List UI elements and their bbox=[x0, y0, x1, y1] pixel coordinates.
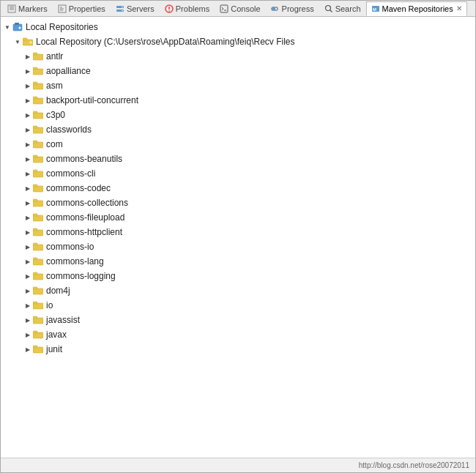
javassist-folder-icon bbox=[33, 315, 43, 325]
expand-commons-httpclient-icon bbox=[24, 228, 31, 236]
tree-item-commons-codec[interactable]: commons-codec bbox=[1, 181, 475, 195]
tab-maven-repos[interactable]: M Maven Repositories ✕ bbox=[366, 1, 467, 16]
svg-rect-38 bbox=[33, 111, 37, 113]
tree-item-commons-fileupload[interactable]: commons-fileupload bbox=[1, 210, 475, 225]
tree-item-commons-io[interactable]: commons-io bbox=[1, 239, 475, 254]
expand-commons-fileupload-icon bbox=[24, 214, 31, 221]
tree-item-com[interactable]: com bbox=[1, 137, 475, 152]
tree-item-javax[interactable]: javax bbox=[1, 327, 475, 342]
tree-item-commons-cli[interactable]: commons-cli bbox=[1, 166, 475, 181]
commons-fileupload-folder-icon bbox=[33, 212, 43, 223]
tab-search[interactable]: Search bbox=[319, 1, 366, 16]
tree-item-c3p0[interactable]: c3p0 bbox=[1, 108, 475, 122]
javax-folder-icon bbox=[33, 329, 43, 340]
svg-rect-62 bbox=[33, 287, 37, 289]
svg-rect-56 bbox=[33, 243, 37, 245]
expand-commons-beanutils-icon bbox=[24, 155, 31, 163]
expand-aopalliance-icon bbox=[24, 67, 31, 75]
expand-dom4j-icon bbox=[24, 287, 31, 294]
progress-icon bbox=[271, 4, 280, 13]
aopalliance-label: aopalliance bbox=[46, 66, 91, 76]
tree-item-commons-logging[interactable]: commons-logging bbox=[1, 269, 475, 283]
tree-item-asm[interactable]: asm bbox=[1, 78, 475, 93]
c3p0-label: c3p0 bbox=[46, 110, 65, 120]
io-label: io bbox=[46, 300, 53, 310]
tab-markers[interactable]: Markers bbox=[2, 1, 53, 16]
commons-io-folder-icon bbox=[33, 242, 43, 252]
asm-label: asm bbox=[46, 81, 63, 91]
tree-item-local-repo-path[interactable]: Local Repository (C:\Users\rose\AppData\… bbox=[1, 34, 475, 49]
markers-icon bbox=[7, 4, 16, 13]
tree-item-commons-collections[interactable]: commons-collections bbox=[1, 195, 475, 210]
svg-rect-46 bbox=[33, 170, 37, 172]
tab-properties[interactable]: Properties bbox=[53, 1, 111, 16]
expand-commons-codec-icon bbox=[24, 185, 31, 192]
svg-rect-18 bbox=[272, 7, 275, 10]
antlr-label: antlr bbox=[46, 51, 63, 62]
commons-lang-label: commons-lang bbox=[46, 256, 104, 267]
commons-codec-folder-icon bbox=[33, 183, 43, 193]
tab-console[interactable]: Console bbox=[215, 1, 265, 16]
tree-item-commons-beanutils[interactable]: commons-beanutils bbox=[1, 152, 475, 166]
expand-commons-lang-icon bbox=[24, 258, 31, 265]
tab-servers[interactable]: Servers bbox=[111, 1, 160, 16]
local-repositories-label: Local Repositories bbox=[26, 22, 98, 32]
aopalliance-folder-icon bbox=[33, 66, 43, 76]
svg-rect-70 bbox=[33, 346, 37, 348]
com-label: com bbox=[46, 139, 63, 149]
javax-label: javax bbox=[46, 329, 67, 340]
commons-fileupload-label: commons-fileupload bbox=[46, 212, 124, 223]
maven-icon: M bbox=[371, 4, 380, 13]
local-repo-folder-icon bbox=[23, 37, 33, 47]
svg-rect-64 bbox=[33, 302, 37, 304]
tree-item-aopalliance[interactable]: aopalliance bbox=[1, 64, 475, 78]
tree-item-local-repositories[interactable]: Local Repositories bbox=[1, 20, 475, 34]
expand-antlr-icon bbox=[24, 53, 31, 60]
tab-bar: Markers Properties Servers Problems Cons… bbox=[1, 1, 475, 17]
tree-items: antlr aopalliance asm backport-util-conc… bbox=[1, 49, 475, 357]
servers-icon bbox=[116, 4, 124, 13]
svg-point-10 bbox=[122, 6, 123, 7]
tab-problems[interactable]: Problems bbox=[160, 1, 215, 16]
tree-item-antlr[interactable]: antlr bbox=[1, 49, 475, 64]
tree-item-dom4j[interactable]: dom4j bbox=[1, 283, 475, 298]
tree-item-classworlds[interactable]: classworlds bbox=[1, 122, 475, 137]
tree-item-junit[interactable]: junit bbox=[1, 342, 475, 357]
local-repo-path-label: Local Repository (C:\Users\rose\AppData\… bbox=[36, 37, 294, 47]
c3p0-folder-icon bbox=[33, 110, 43, 120]
svg-rect-15 bbox=[220, 5, 228, 12]
expand-com-icon bbox=[24, 141, 31, 148]
expand-commons-cli-icon bbox=[24, 170, 31, 177]
commons-collections-folder-icon bbox=[33, 198, 43, 208]
svg-point-28 bbox=[30, 42, 32, 44]
svg-point-19 bbox=[325, 5, 330, 10]
tree-item-io[interactable]: io bbox=[1, 298, 475, 313]
tab-maven-repos-label: Maven Repositories bbox=[382, 4, 453, 13]
tab-close-button[interactable]: ✕ bbox=[456, 4, 462, 12]
svg-rect-44 bbox=[33, 155, 37, 157]
commons-logging-folder-icon bbox=[33, 271, 43, 281]
expand-asm-icon bbox=[24, 82, 31, 89]
backport-util-concurrent-folder-icon bbox=[33, 95, 43, 105]
tab-progress[interactable]: Progress bbox=[266, 1, 319, 16]
tab-progress-label: Progress bbox=[282, 4, 314, 13]
expand-backport-util-concurrent-icon bbox=[24, 97, 31, 104]
search-icon bbox=[324, 4, 333, 13]
local-repos-icon bbox=[12, 22, 23, 32]
svg-rect-66 bbox=[33, 316, 37, 319]
tree-content: Local Repositories Local Repository (C:\… bbox=[1, 17, 475, 458]
tree-item-commons-lang[interactable]: commons-lang bbox=[1, 254, 475, 269]
tree-item-javassist[interactable]: javassist bbox=[1, 313, 475, 327]
tree-item-backport-util-concurrent[interactable]: backport-util-concurrent bbox=[1, 93, 475, 108]
expand-classworlds-icon bbox=[24, 126, 31, 133]
antlr-folder-icon bbox=[33, 51, 43, 62]
svg-rect-30 bbox=[33, 53, 37, 55]
svg-rect-40 bbox=[33, 126, 37, 128]
com-folder-icon bbox=[33, 139, 43, 149]
tree-container: Local Repositories Local Repository (C:\… bbox=[1, 20, 475, 357]
commons-io-label: commons-io bbox=[46, 242, 94, 252]
tab-console-label: Console bbox=[231, 4, 260, 13]
tree-item-commons-httpclient[interactable]: commons-httpclient bbox=[1, 225, 475, 239]
svg-rect-52 bbox=[33, 214, 37, 216]
svg-rect-50 bbox=[33, 199, 37, 201]
